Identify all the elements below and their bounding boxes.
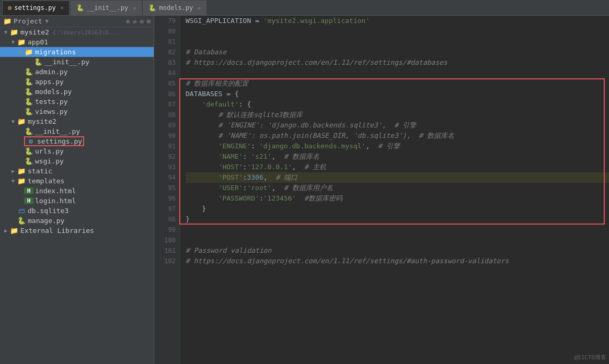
tree-item-mysite2-pkg[interactable]: ▼ 📁 mysite2 [0, 116, 154, 126]
code-text-94: 'POST':3306, # 端口 [186, 172, 297, 183]
tree-item-init-app01[interactable]: 🐍 __init__.py [0, 57, 154, 67]
tab-models-close[interactable]: ✕ [198, 5, 201, 11]
editor-area: 79 80 81 82 83 84 85 86 87 88 89 90 91 9… [154, 16, 609, 364]
project-label: Project [14, 17, 42, 25]
py-icon-views: 🐍 [24, 108, 33, 115]
py-icon-models: 🐍 [24, 88, 33, 96]
code-text-93: 'HOST':'127.0.0.1', # 主机 [186, 162, 326, 172]
label-wsgi: wsgi.py [35, 157, 64, 165]
watermark: @51CTO博客 [574, 354, 606, 361]
gear-icon[interactable]: ⚙ [140, 18, 144, 25]
code-text-98: } [186, 214, 190, 225]
code-line-99 [186, 225, 609, 235]
label-models: models.py [35, 88, 72, 96]
code-lines: WSGI_APPLICATION = 'mysite2.wsgi.applica… [180, 16, 609, 364]
arrow-migrations: ▶ [17, 49, 24, 55]
tree-item-templates[interactable]: ▼ 📁 templates [0, 176, 154, 186]
tree-item-index-html[interactable]: H index.html [0, 186, 154, 196]
code-container[interactable]: 79 80 81 82 83 84 85 86 87 88 89 90 91 9… [154, 16, 609, 364]
code-line-101: # Password validation [186, 245, 609, 256]
arrow-static: ▶ [9, 168, 17, 174]
tree-item-apps[interactable]: 🐍 apps.py [0, 77, 154, 87]
tab-settings-close[interactable]: ✕ [61, 5, 64, 10]
folder-icon-ext-libs: 📁 [9, 227, 19, 234]
py-icon-apps: 🐍 [24, 78, 33, 86]
arrow-mysite2-root: ▼ [2, 29, 9, 35]
tab-init-close[interactable]: ✕ [133, 5, 136, 11]
code-text-95: 'USER':'root', # 数据库用户名 [186, 183, 333, 193]
label-apps: apps.py [35, 78, 64, 86]
tree-item-manage[interactable]: 🐍 manage.py [0, 216, 154, 226]
tab-init[interactable]: 🐍 __init__.py ✕ [71, 1, 142, 15]
sync-icon[interactable]: ⇄ [133, 18, 136, 25]
label-admin: admin.py [35, 68, 68, 76]
tree-item-settings-file[interactable]: ⚙ settings.py [0, 136, 154, 146]
tree-item-views[interactable]: 🐍 views.py [0, 107, 154, 116]
code-text-79: WSGI_APPLICATION = 'mysite2.wsgi.applica… [186, 16, 370, 26]
add-icon[interactable]: ⊕ [126, 18, 130, 25]
tree-item-login-html[interactable]: H login.html [0, 196, 154, 206]
tab-models-label: models.py [159, 4, 193, 11]
code-text-97: } [186, 204, 206, 214]
tree-item-tests[interactable]: 🐍 tests.py [0, 97, 154, 107]
sidebar: 📁 Project ▼ ⊕ ⇄ ⚙ ⊞ ▼ 📁 mysite2 C:\Users… [0, 16, 154, 364]
tab-models[interactable]: 🐍 models.py ✕ [143, 1, 206, 15]
code-line-96: 'PASSWORD':'123456' #数据库密码 [186, 193, 609, 204]
tree-item-mysite2-root[interactable]: ▼ 📁 mysite2 C:\Users\28163\D... [0, 27, 154, 37]
py-icon-settings: ⚙ [26, 137, 36, 145]
code-line-89: # 'ENGINE': 'django.db.backends.sqlite3'… [186, 120, 609, 131]
tree-item-admin[interactable]: 🐍 admin.py [0, 67, 154, 77]
tree-item-db-sqlite3[interactable]: 🗃 db.sqlite3 [0, 206, 154, 216]
label-db-sqlite3: db.sqlite3 [28, 207, 68, 215]
code-line-102: # https://docs.djangoproject.com/en/1.11… [186, 256, 609, 266]
db-icon: 🗃 [17, 207, 26, 215]
code-line-91: 'ENGINE': 'django.db.backends.mysql', # … [186, 141, 609, 151]
py-icon-init-mysite2: 🐍 [24, 127, 33, 135]
code-line-81 [186, 37, 609, 47]
label-manage: manage.py [28, 217, 64, 225]
code-line-86: DATABASES = { [186, 89, 609, 99]
code-line-88: # 默认连接sqlite3数据库 [186, 110, 609, 120]
code-text-86: DATABASES = { [186, 89, 239, 99]
code-line-98: } [186, 214, 609, 225]
layout-icon[interactable]: ⊞ [147, 18, 151, 25]
project-arrow: ▼ [45, 18, 49, 24]
code-text-87: 'default': { [186, 99, 251, 110]
code-line-85: # 数据库相关的配置 [186, 78, 609, 89]
tree-item-models[interactable]: 🐍 models.py [0, 87, 154, 97]
folder-icon: 📁 [3, 17, 12, 25]
code-text-88: # 默认连接sqlite3数据库 [186, 110, 303, 120]
tree-item-urls[interactable]: 🐍 urls.py [0, 146, 154, 156]
code-line-97: } [186, 204, 609, 214]
code-text-96: 'PASSWORD':'123456' #数据库密码 [186, 193, 342, 204]
code-text-91: 'ENGINE': 'django.db.backends.mysql', # … [186, 141, 400, 151]
tree-item-wsgi[interactable]: 🐍 wsgi.py [0, 156, 154, 166]
tab-settings[interactable]: ⚙ settings.py ✕ [2, 1, 70, 15]
folder-icon-mysite2-pkg: 📁 [17, 118, 26, 125]
tree-item-init-mysite2[interactable]: 🐍 __init__.py [0, 126, 154, 136]
tree-item-ext-libs[interactable]: ▶ 📁 External Libraries [0, 226, 154, 236]
label-init-app01: __init__.py [44, 58, 89, 66]
label-templates: templates [28, 177, 64, 185]
label-migrations: migrations [35, 48, 76, 56]
arrow-mysite2-pkg: ▼ [9, 119, 17, 124]
tree-item-app01[interactable]: ▼ 📁 app01 [0, 37, 154, 47]
py-icon-urls: 🐍 [24, 147, 33, 155]
arrow-templates: ▼ [9, 178, 17, 184]
code-line-93: 'HOST':'127.0.0.1', # 主机 [186, 162, 609, 172]
html-icon-login: H [24, 197, 33, 204]
code-line-95: 'USER':'root', # 数据库用户名 [186, 183, 609, 193]
py-icon-manage: 🐍 [17, 217, 26, 225]
settings-tab-icon: ⚙ [8, 4, 12, 11]
label-views: views.py [35, 108, 68, 115]
project-controls: ⊕ ⇄ ⚙ ⊞ [126, 18, 151, 25]
tree-item-migrations[interactable]: ▶ 📁 migrations [0, 47, 154, 57]
py-icon-wsgi: 🐍 [24, 157, 33, 165]
arrow-ext-libs: ▶ [2, 228, 9, 233]
arrow-app01: ▼ [9, 39, 17, 45]
code-line-79: WSGI_APPLICATION = 'mysite2.wsgi.applica… [186, 16, 609, 26]
code-line-100 [186, 235, 609, 245]
label-init-mysite2: __init__.py [35, 127, 80, 135]
tree-item-static[interactable]: ▶ 📁 static [0, 166, 154, 176]
code-text-102: # https://docs.djangoproject.com/en/1.11… [186, 256, 509, 266]
